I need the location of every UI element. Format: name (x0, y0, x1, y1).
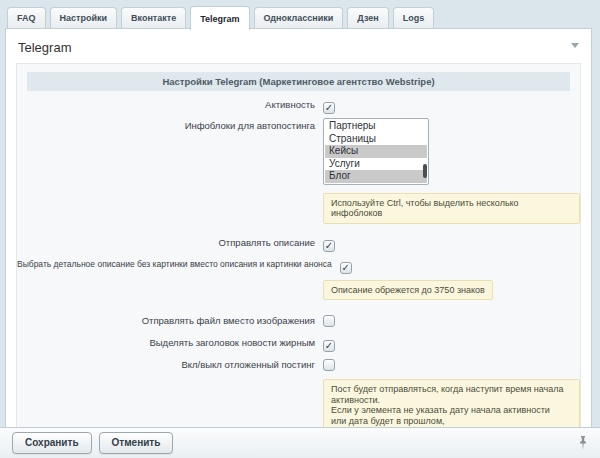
bold-title-label: Выделять заголовок новости жирным (149, 336, 315, 349)
detail-description-checkbox[interactable]: ✓ (340, 262, 352, 274)
detail-description-label: Выбрать детальное описание без картинки … (17, 258, 332, 271)
row-send-description: Отправлять описание ✓ (17, 235, 580, 253)
select-option[interactable]: Блог (325, 170, 427, 183)
row-deferred-posting: Вкл/выкл отложенный постинг (17, 357, 580, 375)
iblocks-hint: Используйте Ctrl, чтобы выделить несколь… (323, 193, 580, 224)
select-option[interactable]: Страницы (325, 133, 427, 146)
bold-title-checkbox[interactable]: ✓ (323, 340, 335, 352)
iblocks-label: Инфоблоки для автопостинга (185, 119, 315, 132)
tab-bar: FAQНастройкиВконтактеTelegramОдноклассни… (0, 0, 600, 29)
tab-faq[interactable]: FAQ (7, 7, 46, 29)
send-description-label: Отправлять описание (218, 236, 315, 249)
deferred-posting-checkbox[interactable] (323, 359, 335, 371)
row-activity: Активность ✓ (17, 97, 580, 115)
row-detail-description: Выбрать детальное описание без картинки … (17, 257, 580, 275)
section-heading: Настройки Telegram (Маркетинговое агентс… (27, 72, 570, 91)
send-file-checkbox[interactable] (323, 315, 335, 327)
select-option[interactable]: Услуги (325, 158, 427, 171)
tab-настройки[interactable]: Настройки (50, 7, 117, 29)
deferred-posting-label: Вкл/выкл отложенный постинг (181, 358, 315, 371)
tab-logs[interactable]: Logs (393, 7, 435, 29)
send-file-label: Отправлять файл вместо изображения (142, 314, 315, 327)
select-option[interactable]: Кейсы (325, 145, 427, 158)
action-bar: Сохранить Отменить (0, 427, 600, 458)
panel-header: Telegram (6, 29, 591, 56)
row-iblocks: Инфоблоки для автопостинга ПартнерыСтран… (17, 118, 580, 185)
save-button[interactable]: Сохранить (12, 432, 92, 454)
settings-form: Настройки Telegram (Маркетинговое агентс… (16, 63, 581, 457)
select-option[interactable]: Партнеры (325, 120, 427, 133)
activity-checkbox[interactable]: ✓ (323, 102, 335, 114)
iblocks-select[interactable]: ПартнерыСтраницыКейсыУслугиБлог (323, 118, 429, 185)
tab-одноклассники[interactable]: Одноклассники (254, 7, 344, 29)
page-title: Telegram (18, 40, 71, 55)
row-send-file: Отправлять файл вместо изображения (17, 313, 580, 331)
select-scrollbar[interactable] (423, 164, 427, 178)
row-detail-hint: Описание обрежется до 3750 знаков (17, 279, 580, 301)
cancel-button[interactable]: Отменить (99, 432, 174, 454)
pin-icon[interactable] (578, 436, 588, 451)
settings-panel: Telegram Настройки Telegram (Маркетингов… (5, 28, 592, 458)
send-description-checkbox[interactable]: ✓ (323, 240, 335, 252)
row-bold-title: Выделять заголовок новости жирным ✓ (17, 335, 580, 353)
tab-telegram[interactable]: Telegram (190, 6, 249, 30)
collapse-chevron-icon[interactable] (571, 43, 579, 48)
detail-description-hint: Описание обрежется до 3750 знаков (323, 280, 493, 301)
activity-label: Активность (265, 98, 315, 111)
tab-дзен[interactable]: Дзен (347, 7, 388, 29)
tab-вконтакте[interactable]: Вконтакте (121, 7, 186, 29)
row-iblocks-hint: Используйте Ctrl, чтобы выделить несколь… (17, 193, 580, 224)
